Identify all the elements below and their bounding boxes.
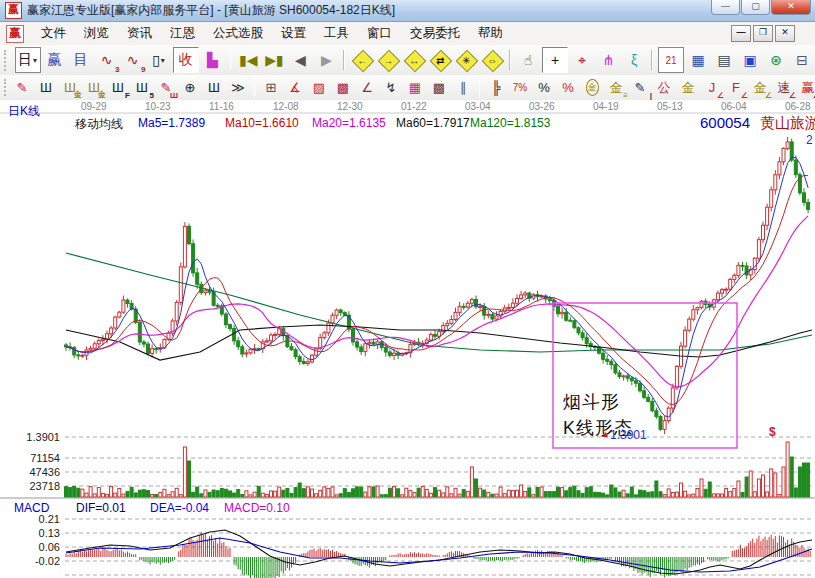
first-page-icon[interactable]: ▮◀: [236, 48, 260, 72]
cursor-measure-icon[interactable]: ⌖: [570, 48, 594, 72]
menu-公式选股[interactable]: 公式选股: [204, 22, 272, 45]
menu-文件[interactable]: 文件: [32, 22, 75, 45]
menu-江恩[interactable]: 江恩: [161, 22, 204, 45]
volume-bars: [65, 442, 810, 497]
scroll-left-icon[interactable]: ←: [350, 48, 374, 72]
seven-percent-icon[interactable]: 7%: [509, 77, 531, 98]
slash-lines-icon[interactable]: ∥: [452, 77, 474, 98]
gold-lines-icon[interactable]: 金≡: [605, 77, 627, 98]
toolbar-main: 日赢目∿3∿9▯收▙▮◀▶▮◀▶←→↔⇄✳⇔☝+⌖⋔ξ21▦▤▣⊛⊟: [0, 45, 815, 76]
annotation-price-label: 1.3901: [610, 428, 647, 442]
ma-value-label: Ma5=1.7389: [138, 116, 205, 130]
info-panel-icon[interactable]: 目: [69, 48, 93, 72]
candles: [65, 137, 810, 434]
gann-box-icon[interactable]: ▨: [308, 77, 330, 98]
draw-pen-icon[interactable]: ✎: [11, 77, 33, 98]
macd-histogram: [66, 532, 810, 578]
maximize-button[interactable]: ▢: [741, 0, 770, 15]
window-title: 赢家江恩专业版[赢家内部服务平台] - [黄山旅游 SH600054-182日K…: [27, 2, 395, 19]
print-icon[interactable]: ⊟: [790, 48, 814, 72]
compress-h-icon[interactable]: ⇄: [428, 48, 452, 72]
percent-icon[interactable]: %: [533, 77, 555, 98]
scroll-right-icon[interactable]: →: [376, 48, 400, 72]
pattern-trap-icon[interactable]: ⋔: [596, 48, 620, 72]
kline-pattern-icon[interactable]: 收: [173, 47, 199, 73]
expand-all-icon[interactable]: ⇔: [480, 48, 504, 72]
colored-volume-icon[interactable]: ▙: [201, 48, 225, 72]
gold-ruler-icon[interactable]: Ш金: [59, 77, 81, 98]
spiral-ruler-icon[interactable]: Ш5: [131, 77, 153, 98]
menu-帮助[interactable]: 帮助: [469, 22, 512, 45]
app-logo-icon: 赢: [5, 2, 22, 19]
macd-axis-label: 0.21: [2, 513, 60, 525]
red-grid-icon[interactable]: ▦: [404, 77, 426, 98]
smart-analysis-icon[interactable]: ξ: [622, 48, 646, 72]
menu-bar-items: 文件浏览资讯江恩公式选股设置工具窗口交易委托帮助: [32, 22, 512, 45]
angle-lines-icon[interactable]: ∠: [356, 77, 378, 98]
macd-hist-value: MACD=0.10: [224, 501, 290, 515]
calendar-21-icon[interactable]: 21: [658, 47, 684, 73]
candle-style-dropdown[interactable]: ▯: [147, 48, 171, 72]
gold-angle-icon[interactable]: 金∠: [749, 77, 771, 98]
last-page-icon[interactable]: ▶▮: [262, 48, 286, 72]
gann-grid-icon[interactable]: ▩: [332, 77, 354, 98]
dense-grid-icon[interactable]: ▩: [428, 77, 450, 98]
ma-value-label: Ma10=1.6610: [225, 116, 299, 130]
f-ruler-icon[interactable]: ШF: [107, 77, 129, 98]
plain-ruler-icon[interactable]: Ш: [203, 77, 225, 98]
percent-line-icon[interactable]: %: [557, 77, 579, 98]
kline-9-icon[interactable]: ∿9: [121, 48, 145, 72]
next-icon[interactable]: ▶: [314, 48, 338, 72]
menu-资讯[interactable]: 资讯: [118, 22, 161, 45]
chart-area: 日K线 09-2910-2311-1612-0812-3001-2203-040…: [0, 100, 815, 578]
pen-bar-icon[interactable]: ✎|: [629, 77, 651, 98]
j-angle-icon[interactable]: J∠: [701, 77, 723, 98]
mdi-close-button[interactable]: ✕: [775, 25, 795, 42]
overflow-chevron[interactable]: ≫: [227, 77, 249, 98]
minimize-button[interactable]: —: [711, 0, 740, 15]
menu-窗口[interactable]: 窗口: [358, 22, 401, 45]
bars-measure-icon[interactable]: ╠: [485, 77, 507, 98]
mdi-restore-button[interactable]: ❐: [753, 25, 773, 42]
calculator-icon[interactable]: ▦: [686, 48, 710, 72]
menu-工具[interactable]: 工具: [315, 22, 358, 45]
menu-浏览[interactable]: 浏览: [75, 22, 118, 45]
winner-angle-icon[interactable]: 赢∠: [797, 77, 815, 98]
kline-3-icon[interactable]: ∿3: [95, 48, 119, 72]
gold-ruler-2-icon[interactable]: Ш金: [83, 77, 105, 98]
compress-all-icon[interactable]: ✳: [454, 48, 478, 72]
gold-circle-icon[interactable]: 金: [581, 77, 603, 98]
f-angle-icon[interactable]: F∠: [725, 77, 747, 98]
speed-angle-icon[interactable]: 速∠: [773, 77, 795, 98]
network-icon[interactable]: ⊛: [764, 48, 788, 72]
gong-curve-icon[interactable]: 公: [653, 77, 675, 98]
gold-underline-icon[interactable]: 金: [677, 77, 699, 98]
save-icon[interactable]: ▣: [738, 48, 762, 72]
annotation-line1: 烟斗形: [563, 390, 620, 414]
crosshair-icon[interactable]: +: [542, 47, 568, 73]
pan-hand-icon[interactable]: ☝: [516, 48, 540, 72]
gann-fan-icon[interactable]: ∡: [284, 77, 306, 98]
pen-ruler-icon[interactable]: ✎Ш: [155, 77, 177, 98]
macd-dea-value: DEA=-0.04: [150, 501, 209, 515]
ruler-icon[interactable]: Ш: [35, 77, 57, 98]
winner-chart-icon[interactable]: 赢: [43, 48, 67, 72]
macd-axis-label: 0.13: [2, 527, 60, 539]
date-tick: 12-08: [273, 101, 299, 112]
date-tick: 12-30: [337, 101, 363, 112]
ma10-line: [66, 175, 808, 404]
zigzag-icon[interactable]: ↯: [380, 77, 402, 98]
prev-icon[interactable]: ◀: [288, 48, 312, 72]
menu-logo-icon: 赢: [6, 25, 24, 43]
close-button[interactable]: ✕: [771, 0, 811, 15]
circle-ruler-icon[interactable]: ⊕: [179, 77, 201, 98]
period-day-dropdown[interactable]: 日: [15, 47, 41, 73]
menu-交易委托[interactable]: 交易委托: [401, 22, 469, 45]
notes-icon[interactable]: ▤: [712, 48, 736, 72]
menu-设置[interactable]: 设置: [272, 22, 315, 45]
mdi-minimize-button[interactable]: —: [731, 25, 751, 42]
ma20-line: [66, 216, 808, 387]
dif-line: [66, 530, 812, 574]
expand-h-icon[interactable]: ↔: [402, 48, 426, 72]
box-select-icon[interactable]: ⊞: [260, 77, 282, 98]
